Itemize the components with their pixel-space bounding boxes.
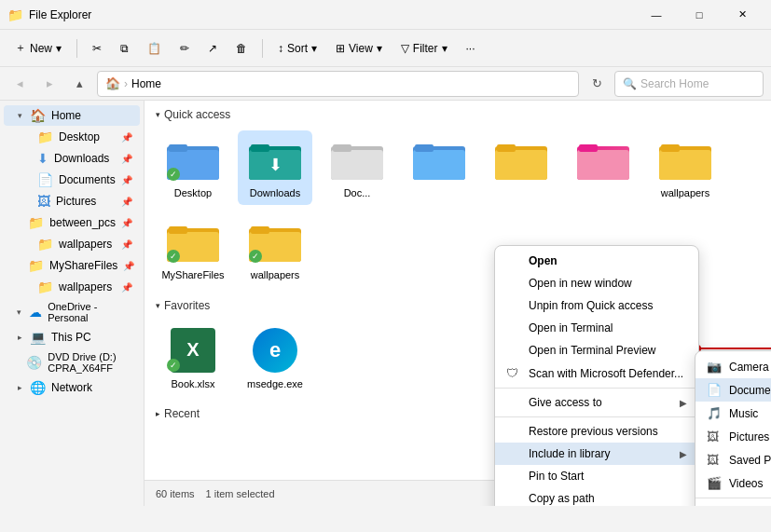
folder-4[interactable] <box>402 130 476 205</box>
submenu-camera-roll[interactable]: 📷 Camera Roll <box>695 355 771 378</box>
wallpapers-icon: 📁 <box>37 237 53 252</box>
folder-downloads[interactable]: ⬇ Downloads <box>238 130 312 205</box>
up-button[interactable]: ▴ <box>67 72 91 96</box>
new-button[interactable]: ＋ New ▾ <box>7 36 69 60</box>
cm-sep-1 <box>495 388 698 389</box>
view-button[interactable]: ⊞ View ▾ <box>328 38 390 59</box>
back-button[interactable]: ◂ <box>7 72 32 96</box>
sidebar-item-wallpapers[interactable]: 📁 wallpapers 📌 <box>11 234 140 254</box>
between-pcs-label: between_pcs <box>49 216 116 229</box>
submenu-videos[interactable]: 🎬 Videos <box>695 471 771 495</box>
cm-unpin[interactable]: Unpin from Quick access <box>495 294 698 317</box>
submenu-saved-pictures[interactable]: 🖼 Saved Pictures <box>695 448 771 471</box>
file-msedge[interactable]: e msedge.exe <box>238 321 312 396</box>
filter-button[interactable]: ▽ Filter ▾ <box>393 38 455 59</box>
cm-terminal-label: Open in Terminal <box>529 321 613 334</box>
item-count: 60 items <box>156 488 195 499</box>
sidebar-item-documents[interactable]: 📄 Documents 📌 <box>11 170 140 190</box>
cm-give-access[interactable]: Give access to ▶ <box>495 391 698 414</box>
folder-wallpapers[interactable]: wallpapers <box>648 130 723 205</box>
saved-pictures-label: Saved Pictures <box>729 454 771 467</box>
search-icon: 🔍 <box>623 77 637 90</box>
submenu-sep <box>695 498 771 498</box>
qa-collapse-icon: ▾ <box>156 110 160 119</box>
cm-include-library[interactable]: Include in library ▶ <box>495 443 698 465</box>
network-icon: 🌐 <box>30 380 46 395</box>
sidebar-item-home[interactable]: ▾ 🏠 Home <box>4 105 140 126</box>
address-path[interactable]: 🏠 › Home <box>97 71 579 97</box>
submenu-pictures-label: Pictures <box>729 430 769 443</box>
sidebar-item-downloads[interactable]: ⬇ Downloads 📌 <box>11 148 140 169</box>
refresh-button[interactable]: ↻ <box>585 72 609 96</box>
rename-button[interactable]: ✏ <box>172 38 197 59</box>
search-box[interactable]: 🔍 Search Home <box>614 71 764 97</box>
cm-copy-path[interactable]: Copy as path <box>495 487 698 506</box>
edge-thumb: e <box>247 327 303 374</box>
view-dropdown-icon: ▾ <box>377 42 382 55</box>
copy-button[interactable]: ⧉ <box>113 38 136 59</box>
submenu-create-library[interactable]: ➕ Create new library <box>695 501 771 506</box>
cm-restore-versions[interactable]: Restore previous versions <box>495 420 698 443</box>
separator-1 <box>76 39 77 58</box>
folder-yellow[interactable] <box>484 130 558 205</box>
sidebar-item-thispc[interactable]: ▸ 💻 This PC <box>4 327 140 348</box>
between-pcs-icon: 📁 <box>28 215 44 230</box>
submenu-pictures[interactable]: 🖼 Pictures <box>695 425 771 448</box>
pin-icon-3: 📌 <box>121 175 132 185</box>
sidebar-item-pictures[interactable]: 🖼 Pictures 📌 <box>11 191 140 211</box>
rename-icon: ✏ <box>180 42 189 55</box>
thispc-expand-icon: ▸ <box>15 333 24 342</box>
cm-scan-defender[interactable]: 🛡 Scan with Microsoft Defender... <box>495 361 698 385</box>
music-label: Music <box>729 407 758 420</box>
address-bar: ◂ ▸ ▴ 🏠 › Home ↻ 🔍 Search Home <box>0 67 771 101</box>
file-book-xlsx[interactable]: X ✓ Book.xlsx <box>156 321 230 396</box>
svg-rect-8 <box>331 150 383 180</box>
more-button[interactable]: ··· <box>459 38 483 59</box>
current-path: Home <box>131 77 161 90</box>
sidebar-item-between-pcs[interactable]: 📁 between_pcs 📌 <box>11 212 140 233</box>
cm-pin-start[interactable]: Pin to Start <box>495 465 698 487</box>
submenu-documents[interactable]: 📄 Documents <box>695 378 771 402</box>
cm-open-terminal-preview[interactable]: Open in Terminal Preview <box>495 339 698 361</box>
folder-documents[interactable]: Doc... <box>320 130 394 205</box>
close-button[interactable]: ✕ <box>721 0 764 30</box>
cm-open[interactable]: Open <box>495 250 698 272</box>
cm-open-new-window[interactable]: Open in new window <box>495 272 698 294</box>
svg-rect-24 <box>169 226 187 234</box>
folder-desktop[interactable]: ✓ Desktop <box>156 130 230 205</box>
maximize-button[interactable]: □ <box>678 0 721 30</box>
cm-open-label: Open <box>529 254 558 267</box>
cm-open-terminal[interactable]: Open in Terminal <box>495 317 698 339</box>
share-button[interactable]: ↗ <box>200 38 225 59</box>
app-icon: 📁 <box>7 7 23 22</box>
pin-icon-2: 📌 <box>121 154 132 164</box>
folder-pink[interactable] <box>566 130 640 205</box>
sort-button[interactable]: ↕ Sort ▾ <box>270 38 324 59</box>
sidebar-item-mysharefiles[interactable]: 📁 MyShareFiles 📌 <box>11 255 140 276</box>
xlsx-label: Book.xlsx <box>171 377 214 390</box>
quick-access-header[interactable]: ▾ Quick access <box>145 101 771 127</box>
onedrive-expand-icon: ▾ <box>15 307 23 317</box>
minimize-button[interactable]: — <box>635 0 678 30</box>
folder-wallpapers2-label: wallpapers <box>251 268 300 281</box>
sidebar-item-dvd[interactable]: 💿 DVD Drive (D:) CPRA_X64FF <box>4 348 140 376</box>
paste-button[interactable]: 📋 <box>140 38 169 59</box>
sidebar-item-network[interactable]: ▸ 🌐 Network <box>4 377 140 398</box>
delete-button[interactable]: 🗑 <box>228 38 255 59</box>
folder-mysharefiles[interactable]: ✓ MyShareFiles <box>156 212 230 287</box>
edge-label: msedge.exe <box>247 377 303 390</box>
new-dropdown-icon: ▾ <box>56 42 62 55</box>
sidebar-item-desktop[interactable]: 📁 Desktop 📌 <box>11 127 140 147</box>
svg-rect-18 <box>579 144 598 152</box>
submenu-music[interactable]: 🎵 Music <box>695 402 771 425</box>
main-layout: ▾ 🏠 Home 📁 Desktop 📌 ⬇ Downloads 📌 📄 Doc… <box>0 101 771 506</box>
sidebar-item-wallpapers2[interactable]: 📁 wallpapers 📌 <box>11 277 140 297</box>
forward-button[interactable]: ▸ <box>37 72 62 96</box>
folder-wallpapers2[interactable]: ✓ wallpapers <box>238 212 312 287</box>
downloads-folder-label: Downloads <box>250 186 300 199</box>
cut-button[interactable]: ✂ <box>85 38 109 59</box>
context-menu: Open Open in new window Unpin from Quick… <box>494 245 699 506</box>
folder-mysharefiles-label: MyShareFiles <box>161 268 224 281</box>
cm-sep-2 <box>495 416 698 417</box>
sidebar-item-onedrive[interactable]: ▾ ☁ OneDrive - Personal <box>4 298 140 326</box>
